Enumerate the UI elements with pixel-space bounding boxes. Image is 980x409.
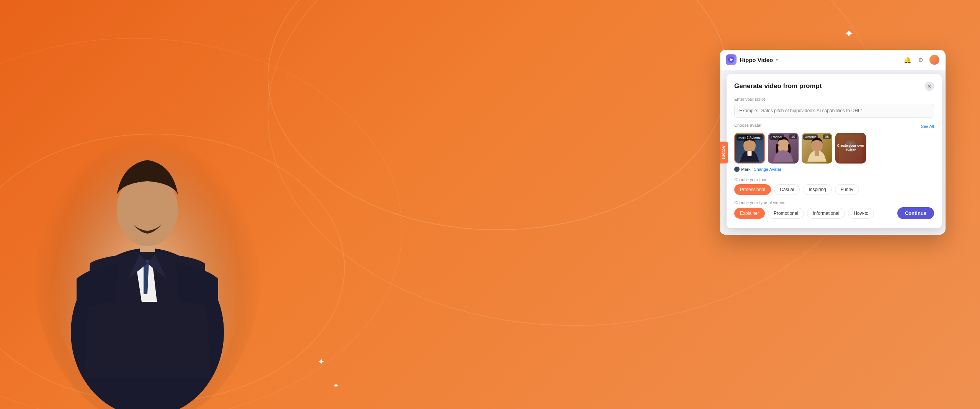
avatar-antony[interactable]: Antony 08 [802,133,832,164]
type-explainer[interactable]: Explainer [734,208,765,219]
tone-professional[interactable]: Professional [734,184,771,195]
avatar-create-own[interactable]: Create your ownavatar [835,133,866,164]
avatar-label: Choose avatar [734,123,762,128]
change-avatar-link[interactable]: Change Avatar [753,167,781,172]
settings-icon[interactable]: ⚙ [916,56,925,64]
avatar-mark-actions: 2 Actions [745,135,763,140]
type-informational[interactable]: Informational [807,208,845,219]
avatar-antony-count: 08 [823,134,831,139]
selected-avatar-indicator: Mark Change Avatar [734,167,934,172]
tone-row: Professional Casual Inspiring Funny [734,184,934,195]
notification-icon[interactable]: 🔔 [903,56,912,64]
tone-funny[interactable]: Funny [835,184,859,195]
continue-button[interactable]: Continue [897,207,934,219]
svg-rect-12 [748,151,751,156]
svg-rect-15 [815,150,819,156]
see-all-link[interactable]: See All [921,124,934,129]
avatar-rachel[interactable]: Rachel 10 [768,133,799,164]
avatars-row: Mark 2 Actions Rac [734,133,934,164]
modal-title: Generate video from prompt [734,82,822,90]
main-area: Actions Generate video from prompt ✕ Ent… [720,70,946,235]
app-window: Hippo Video ▾ 🔔 ⚙ 🏠 Start 📹 Videos ⚙️ Br… [720,50,946,235]
selected-avatar-dot [734,167,740,172]
create-own-label: Create your ownavatar [837,144,864,152]
title-bar-right: 🔔 ⚙ [903,55,939,65]
type-promotional[interactable]: Promotional [768,208,804,219]
modal-close-button[interactable]: ✕ [925,82,934,91]
type-how-to[interactable]: How-to [848,208,874,219]
script-label: Enter your script [734,97,934,101]
app-title: Hippo Video [740,57,773,63]
title-bar: Hippo Video ▾ 🔔 ⚙ [720,50,946,70]
chevron-down-icon[interactable]: ▾ [776,58,778,62]
video-type-label: Choose your type of videos [734,200,934,205]
tone-inspiring[interactable]: Inspiring [803,184,831,195]
avatar-antony-name: Antony [803,134,818,140]
app-logo [726,54,737,65]
video-type-row: Explainer Promotional Informational How-… [734,207,934,219]
avatar-section-header: Choose avatar See All [734,123,934,130]
actions-tab[interactable]: Actions [720,142,728,164]
avatar-rachel-name: Rachel [769,134,784,140]
title-bar-left: Hippo Video ▾ [726,54,778,65]
modal-header: Generate video from prompt ✕ [734,82,934,91]
avatar-mark[interactable]: Mark 2 Actions [734,133,765,164]
user-avatar[interactable] [929,55,939,65]
script-input-field[interactable] [734,104,934,118]
avatar-rachel-count: 10 [789,134,797,139]
person-figure [23,34,272,409]
selected-avatar-name: Mark [741,167,750,172]
tone-casual[interactable]: Casual [774,184,800,195]
tone-label: Choose your tone [734,177,934,182]
generate-modal: Generate video from prompt ✕ Enter your … [727,74,942,228]
